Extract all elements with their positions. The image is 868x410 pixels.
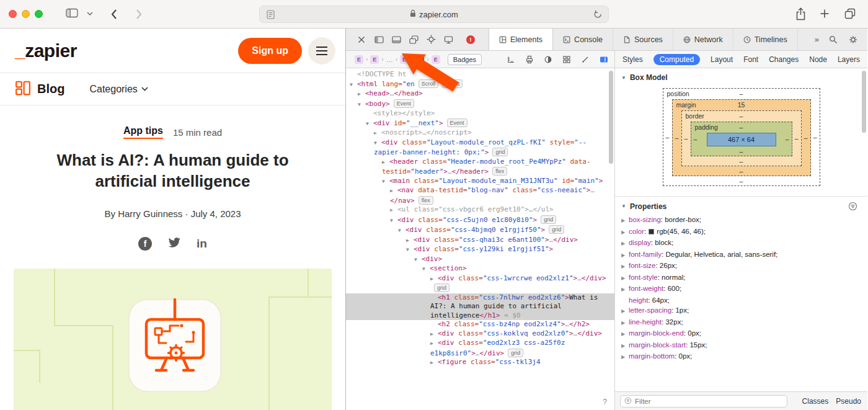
tab-overview-icon[interactable] [844,8,856,19]
menu-button[interactable] [308,37,335,65]
tab-network[interactable]: Network [673,29,733,50]
dom-node[interactable]: <!DOCTYPE ht [346,70,614,79]
disclosure-triangle-icon[interactable]: ▼ [398,226,405,236]
sidebar-scrollbar[interactable] [862,71,866,133]
pseudo-button[interactable]: Pseudo [836,397,861,406]
help-icon[interactable]: ? [603,398,607,407]
node-badge[interactable]: Event [447,118,467,127]
node-badge[interactable]: flex [492,167,507,176]
disclosure-triangle-icon[interactable]: ▶ [390,206,397,215]
element-crumb[interactable]: E [415,55,424,64]
properties-header[interactable]: ▼ Properties [615,197,867,213]
disclosure-triangle-icon[interactable]: ▶ [430,330,438,339]
dock-bottom-icon[interactable] [391,34,402,45]
element-crumb[interactable]: E [355,55,363,64]
disclosure-triangle-icon[interactable]: ▶ [390,187,397,196]
dom-node[interactable]: ▼<main class="Layout-module_main_M31JNT3… [346,177,614,187]
node-badge[interactable]: grid [508,349,523,357]
disclosure-triangle-icon[interactable]: ▶ [358,90,365,99]
node-badge[interactable]: Scroll [418,79,439,88]
computed-property[interactable]: ▶margin-block-end: 0px; [621,328,864,340]
dom-node[interactable]: ▶<nav data-testid="blog-nav" class="css-… [346,186,614,205]
undock-icon[interactable] [408,34,419,45]
details-sidebar-toggle-icon[interactable] [598,54,609,65]
minimize-window-button[interactable] [22,10,30,18]
dom-node[interactable]: ▼<div id="__next">Event [346,118,614,129]
disclosure-triangle-icon[interactable]: ▶ [430,275,438,284]
dom-node[interactable]: ▶<head>…</head> [346,89,614,99]
dom-node[interactable]: ▶<noscript>…</noscript> [346,128,614,138]
box-model-content[interactable]: 467 × 64 [707,133,776,146]
computed-property[interactable]: ▶display: block; [621,238,864,249]
print-icon[interactable] [524,54,535,65]
dom-node[interactable]: ▶<div class="eod2xlz3 css-a25f0z e1kp8si… [346,339,614,358]
dom-node[interactable]: ▼<div> [346,255,614,265]
dom-node[interactable]: ▼<div class="css-c5ujn0 e1c80y8i0">grid [346,215,614,226]
dom-node[interactable]: ▼<html lang="enScrollEvent [346,79,614,90]
dom-node[interactable]: ▶<header class="Header-module_root_Pe4MY… [346,158,614,177]
gear-icon[interactable] [848,34,859,45]
dom-node[interactable]: <h2 class="css-bz4np eod2xlz4">…</h2> [346,320,614,329]
style-tab-styles[interactable]: Styles [622,55,643,64]
computed-property[interactable]: ▶font-family: Degular, Helvetica, arial,… [621,249,864,261]
disclosure-triangle-icon[interactable]: ▼ [358,100,365,110]
element-crumb[interactable]: E [370,55,379,64]
element-picker-icon[interactable] [425,34,436,45]
dom-scrollbar[interactable] [609,71,613,164]
twitter-icon[interactable] [167,235,182,252]
computed-property[interactable]: ▶font-size: 26px; [621,261,864,272]
zapier-logo[interactable]: _zapier [15,40,77,61]
badges-button[interactable]: Badges [448,54,482,65]
box-model-padding[interactable]: padding – – – – 467 × 64 [691,122,792,156]
filter-field[interactable] [620,395,787,408]
classes-button[interactable]: Classes [802,397,829,406]
dom-node[interactable]: ▼<section> [346,264,614,274]
style-tab-changes[interactable]: Changes [769,55,799,64]
categories-menu[interactable]: Categories [89,84,148,95]
computed-property[interactable]: ▶color: rgb(45, 46, 46); [621,226,864,238]
disclosure-triangle-icon[interactable]: ▼ [382,177,389,187]
linkedin-icon[interactable]: in [197,238,207,249]
tab-console[interactable]: Console [553,29,613,50]
dom-node[interactable]: ▶<div class="css-1wrcrwe eod2xlz1">…</di… [346,274,614,293]
dom-node[interactable]: ▶<div class="css-koklvq eod2xlz0">…</div… [346,329,614,339]
node-badge[interactable]: grid [541,215,556,224]
style-tab-computed[interactable]: Computed [653,54,700,65]
disclosure-triangle-icon[interactable]: ▼ [406,246,414,255]
device-icon[interactable] [443,34,454,45]
computed-property[interactable]: ▶font-style: normal; [621,272,864,284]
computed-property[interactable]: ▶line-height: 32px; [621,317,864,329]
paint-flashing-icon[interactable] [580,54,591,65]
dock-side-icon[interactable] [373,34,384,45]
dom-node[interactable]: ▶<figure class="css-tkl3j4 [346,358,614,368]
reload-icon[interactable] [587,10,608,19]
crumb-ellipsis[interactable]: … [386,56,393,63]
close-window-button[interactable] [9,10,17,18]
share-icon[interactable] [795,7,806,20]
disclosure-triangle-icon[interactable]: ▼ [422,265,430,274]
tab-timelines[interactable]: Timelines [733,29,798,50]
dom-node[interactable]: ▼<body>Event [346,99,614,110]
address-bar[interactable]: zapier.com [259,6,609,23]
computed-property[interactable]: ▶font-weight: 600; [621,283,864,295]
facebook-icon[interactable]: f [138,237,152,251]
computed-property[interactable]: ▶box-sizing: border-box; [621,215,864,226]
appearance-toggle-icon[interactable] [542,54,554,65]
computed-property[interactable]: ▶letter-spacing: 1px; [621,305,864,317]
computed-property[interactable]: ▶margin-block-start: 15px; [621,340,864,352]
close-icon[interactable] [356,34,367,45]
tab-elements[interactable]: Elements [489,29,553,50]
reader-icon[interactable] [260,10,281,19]
issues-badge[interactable]: ! [466,35,475,44]
box-model-border[interactable]: border – – – – padding – – – [681,110,802,166]
sidebar-chevron-icon[interactable] [87,12,93,16]
filter-input[interactable] [635,398,783,405]
dom-node[interactable]: ▼<div class="css-4bjmq0 e1rgjif50">grid [346,225,614,236]
blog-title[interactable]: Blog [37,82,64,96]
ruler-icon[interactable] [505,54,516,65]
disclosure-triangle-icon[interactable]: ▶ [382,158,389,167]
dom-node-selected[interactable]: <h1 class="css-7nlhwr eod2xlz6">What is … [346,293,614,321]
disclosure-triangle-icon[interactable]: ▶ [430,339,438,349]
properties-filter-icon[interactable] [848,202,857,211]
element-crumb[interactable]: E [432,55,440,64]
